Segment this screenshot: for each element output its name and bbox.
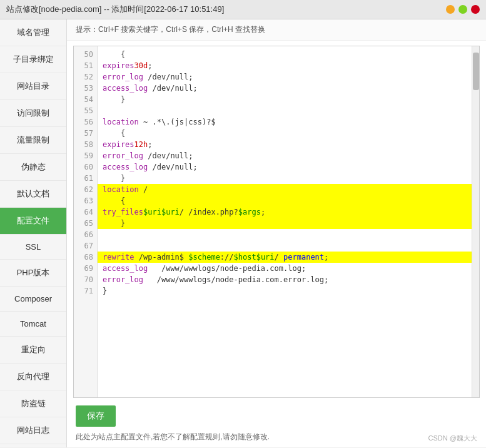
watermark: CSDN @魏大大: [428, 434, 477, 443]
main-layout: 域名管理子目录绑定网站目录访问限制流量限制伪静态默认文档配置文件SSLPHP版本…: [0, 19, 486, 447]
code-line-58: expires 12h;: [98, 139, 472, 150]
line-number-68: 68: [74, 252, 97, 263]
editor-wrapper: 5051525354555657585960616263646566676869…: [73, 46, 480, 398]
code-line-71: }: [98, 285, 472, 297]
sidebar-item-网站目录[interactable]: 网站目录: [0, 73, 66, 100]
code-line-65: }: [98, 218, 472, 229]
line-number-64: 64: [74, 206, 97, 218]
sidebar-item-重定向[interactable]: 重定向: [0, 337, 66, 364]
code-line-55: [98, 105, 472, 116]
line-numbers: 5051525354555657585960616263646566676869…: [74, 46, 98, 397]
sidebar-item-防盗链[interactable]: 防盗链: [0, 390, 66, 417]
line-number-61: 61: [74, 173, 97, 184]
sidebar-item-伪静态[interactable]: 伪静态: [0, 154, 66, 181]
code-line-61: }: [98, 173, 472, 184]
code-line-64: try_files $uri $uri/ /index.php?$args;: [98, 206, 472, 218]
line-number-70: 70: [74, 274, 97, 285]
sidebar-item-SSL[interactable]: SSL: [0, 235, 66, 260]
line-number-67: 67: [74, 240, 97, 252]
code-line-56: location ~ .*\.(js|css)?$: [98, 116, 472, 128]
main-content: 提示：Ctrl+F 搜索关键字，Ctrl+S 保存，Ctrl+H 查找替换 50…: [67, 19, 486, 447]
line-number-52: 52: [74, 71, 97, 83]
save-button[interactable]: 保存: [76, 405, 116, 427]
code-line-70: error_log /www/wwwlogs/node-pedia.com.er…: [98, 274, 472, 285]
line-number-65: 65: [74, 218, 97, 229]
code-area[interactable]: { expires 30d; error_log /dev/null; acce…: [98, 46, 472, 397]
line-number-54: 54: [74, 94, 97, 105]
code-line-59: error_log /dev/null;: [98, 150, 472, 161]
line-number-63: 63: [74, 195, 97, 206]
code-line-67: [98, 240, 472, 252]
line-number-60: 60: [74, 161, 97, 173]
maximize-btn[interactable]: [458, 5, 467, 14]
window-controls: [446, 5, 480, 14]
code-line-69: access_log /www/wwwlogs/node-pedia.com.l…: [98, 263, 472, 274]
code-line-62: location /: [98, 184, 472, 195]
sidebar-item-反向代理[interactable]: 反向代理: [0, 364, 66, 390]
title-bar: 站点修改[node-pedia.com] -- 添加时间[2022-06-17 …: [0, 0, 486, 19]
code-line-66: [98, 229, 472, 240]
code-line-63: {: [98, 195, 472, 206]
line-number-56: 56: [74, 116, 97, 128]
window-title: 站点修改[node-pedia.com] -- 添加时间[2022-06-17 …: [6, 4, 224, 15]
line-number-55: 55: [74, 105, 97, 116]
code-line-52: error_log /dev/null;: [98, 71, 472, 83]
code-line-54: }: [98, 94, 472, 105]
line-number-66: 66: [74, 229, 97, 240]
sidebar-item-配置文件[interactable]: 配置文件: [0, 208, 66, 235]
line-number-62: 62: [74, 184, 97, 195]
line-number-58: 58: [74, 139, 97, 150]
sidebar-item-域名管理[interactable]: 域名管理: [0, 19, 66, 46]
code-line-68: rewrite /wp-admin$ $scheme://$host$uri/ …: [98, 252, 472, 263]
sidebar-item-流量限制[interactable]: 流量限制: [0, 127, 66, 154]
sidebar-item-子目录绑定[interactable]: 子目录绑定: [0, 46, 66, 73]
code-line-50: {: [98, 49, 472, 60]
line-number-69: 69: [74, 263, 97, 274]
code-line-53: access_log /dev/null;: [98, 83, 472, 94]
sidebar: 域名管理子目录绑定网站目录访问限制流量限制伪静态默认文档配置文件SSLPHP版本…: [0, 19, 67, 447]
line-number-71: 71: [74, 285, 97, 297]
sidebar-item-Tomcat[interactable]: Tomcat: [0, 312, 66, 337]
footer-note: 此处为站点主配置文件,若您不了解配置规则,请勿随意修改.: [67, 429, 486, 447]
scrollbar[interactable]: [472, 46, 479, 397]
code-line-60: access_log /dev/null;: [98, 161, 472, 173]
line-number-57: 57: [74, 128, 97, 139]
scrollbar-thumb[interactable]: [473, 53, 479, 90]
sidebar-item-网站日志[interactable]: 网站日志: [0, 417, 66, 444]
line-number-51: 51: [74, 60, 97, 71]
action-bar: 保存: [67, 402, 486, 429]
line-number-59: 59: [74, 150, 97, 161]
sidebar-item-访问限制[interactable]: 访问限制: [0, 100, 66, 127]
close-btn[interactable]: [471, 5, 480, 14]
sidebar-item-默认文档[interactable]: 默认文档: [0, 181, 66, 208]
sidebar-item-Composer[interactable]: Composer: [0, 287, 66, 312]
line-number-53: 53: [74, 83, 97, 94]
line-number-50: 50: [74, 49, 97, 60]
sidebar-item-PHP版本[interactable]: PHP版本: [0, 260, 66, 287]
hint-bar: 提示：Ctrl+F 搜索关键字，Ctrl+S 保存，Ctrl+H 查找替换: [67, 19, 486, 41]
minimize-btn[interactable]: [446, 5, 455, 14]
code-line-51: expires 30d;: [98, 60, 472, 71]
code-line-57: {: [98, 128, 472, 139]
